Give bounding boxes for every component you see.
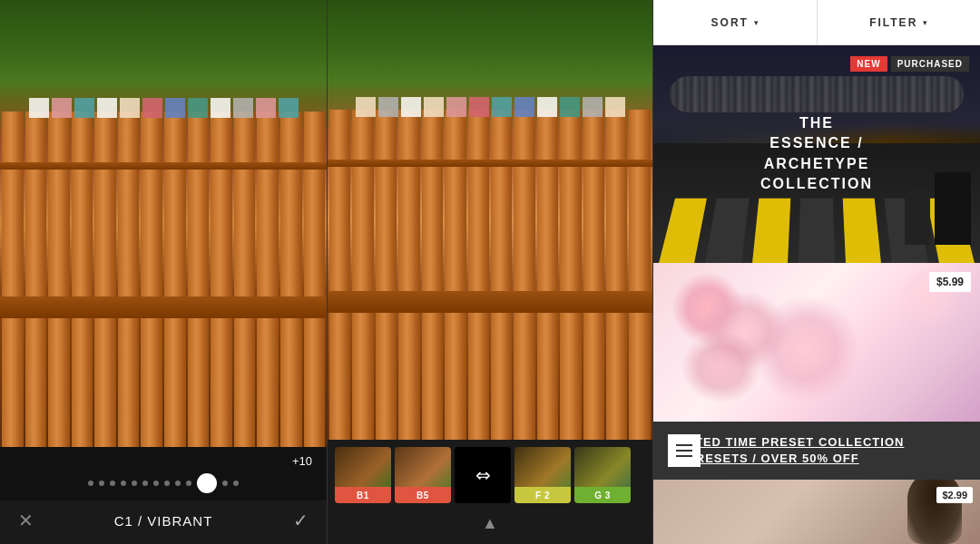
product-price: $5.99: [929, 272, 971, 292]
hero-badges: NEW PURCHASED: [850, 56, 969, 72]
preset-thumb-f2[interactable]: F 2: [514, 447, 571, 503]
flag: [424, 97, 444, 117]
product-card[interactable]: $5.99 LIMITED TIME PRESET COLLECTION 38 …: [653, 263, 980, 480]
slider-dot: [233, 481, 239, 486]
fence-bar: [0, 162, 327, 170]
preset-tag-b1: B1: [335, 487, 391, 503]
slider-dot: [121, 481, 126, 486]
crowd-silhouette: [670, 76, 964, 112]
adjust-icon: ⇔: [475, 464, 491, 486]
slider-dot: [175, 481, 181, 486]
bunting-flags-middle: [328, 97, 652, 133]
confirm-button[interactable]: ✓: [293, 510, 309, 531]
flag: [120, 98, 140, 118]
photo-display-middle: [328, 0, 652, 440]
flag: [142, 98, 162, 118]
fence-body-left: [0, 112, 327, 447]
small-products-row: $2.99: [653, 480, 980, 544]
badge-new: NEW: [850, 56, 887, 72]
preset-name-label: C1 / VIBRANT: [114, 513, 213, 529]
flag: [29, 98, 49, 118]
controls-bottom: +10: [0, 447, 327, 500]
flag: [256, 98, 276, 118]
preset-tag-b5: B5: [395, 487, 451, 503]
preset-thumb-b5[interactable]: B5: [395, 447, 451, 503]
small-product-item[interactable]: $2.99: [653, 480, 980, 544]
photo-display-left: [0, 0, 327, 447]
preset-separator-c1[interactable]: ⇔: [455, 447, 511, 503]
flag: [165, 98, 185, 118]
fence-photo-middle: [328, 0, 652, 440]
slider-dot: [164, 481, 170, 486]
sort-section[interactable]: SORT ▾: [653, 0, 818, 44]
panel-editor-left: +10 ✕ C1 / VIBRANT ✓: [0, 0, 327, 544]
flag: [446, 97, 466, 117]
hero-text-overlay: THE ESSENCE / ARCHETYPE COLLECTION: [735, 113, 898, 195]
flag: [52, 98, 72, 118]
flag: [279, 98, 299, 118]
preset-thumb-b1[interactable]: B1: [335, 447, 391, 503]
filter-label: FILTER: [869, 16, 917, 29]
dots-slider[interactable]: [15, 473, 312, 493]
badge-purchased: PURCHASED: [891, 56, 969, 72]
filter-section[interactable]: FILTER ▾: [818, 0, 981, 44]
product-image-area: $5.99: [653, 263, 980, 422]
small-product-price: $2.99: [936, 487, 973, 503]
filter-arrow-icon: ▾: [923, 18, 927, 27]
hero-card[interactable]: THE ESSENCE / ARCHETYPE COLLECTION NEW P…: [653, 45, 980, 263]
flower-petal-4: [681, 331, 762, 403]
fence-body-middle: [328, 110, 652, 440]
slider-dot: [186, 481, 191, 486]
flag: [514, 97, 534, 117]
panel-presets-middle: B1 B5 ⇔ F 2 G 3 ▲: [327, 0, 653, 544]
hero-title: THE ESSENCE / ARCHETYPE COLLECTION: [735, 113, 898, 195]
crosswalk: [653, 198, 980, 263]
person-silhouette: [905, 190, 930, 245]
fence-bar: [0, 296, 327, 318]
fence-pickets-left: [0, 112, 327, 447]
preset-thumb-g3[interactable]: G 3: [574, 447, 631, 503]
flag: [356, 97, 376, 117]
sort-arrow-icon: ▾: [754, 18, 759, 27]
slider-dot: [110, 481, 115, 486]
fence-bar: [328, 291, 652, 313]
collapse-arrow[interactable]: ▲: [482, 514, 498, 533]
flag: [537, 97, 557, 117]
flag: [583, 97, 603, 117]
hamburger-button[interactable]: [668, 434, 701, 467]
flag: [233, 98, 253, 118]
close-button[interactable]: ✕: [18, 510, 34, 531]
flag: [211, 98, 230, 118]
preset-tag-g3: G 3: [574, 487, 631, 503]
flag: [469, 97, 489, 117]
flag: [378, 97, 398, 117]
shop-content: THE ESSENCE / ARCHETYPE COLLECTION NEW P…: [653, 45, 980, 544]
panel-shop-right: SORT ▾ FILTER ▾: [653, 0, 980, 544]
small-product-image: [653, 480, 980, 544]
product-info: LIMITED TIME PRESET COLLECTION 38 PRESET…: [653, 422, 980, 480]
flag: [605, 97, 625, 117]
slider-dot: [222, 481, 228, 486]
slider-dot: [142, 481, 148, 486]
hamburger-line: [676, 444, 692, 446]
bunting-flags-left: [0, 98, 327, 134]
product-title: LIMITED TIME PRESET COLLECTION 38 PRESET…: [668, 434, 965, 467]
flag: [188, 98, 208, 118]
preset-tag-f2: F 2: [514, 487, 571, 503]
flag: [492, 97, 512, 117]
fence-pickets-middle: [328, 110, 652, 440]
flag: [401, 97, 421, 117]
slider-dot: [153, 481, 159, 486]
presets-strip: B1 B5 ⇔ F 2 G 3: [328, 440, 652, 507]
middle-bottom-bar: ▲: [328, 507, 652, 544]
slider-dot: [132, 481, 137, 486]
flag: [560, 97, 580, 117]
hamburger-line: [676, 455, 692, 457]
hamburger-line: [676, 450, 692, 452]
flag: [74, 98, 94, 118]
slider-value: +10: [15, 454, 312, 468]
slider-dot: [99, 481, 104, 486]
slider-thumb[interactable]: [197, 473, 217, 493]
sort-label: SORT: [711, 16, 749, 29]
fence-bar: [328, 160, 652, 167]
